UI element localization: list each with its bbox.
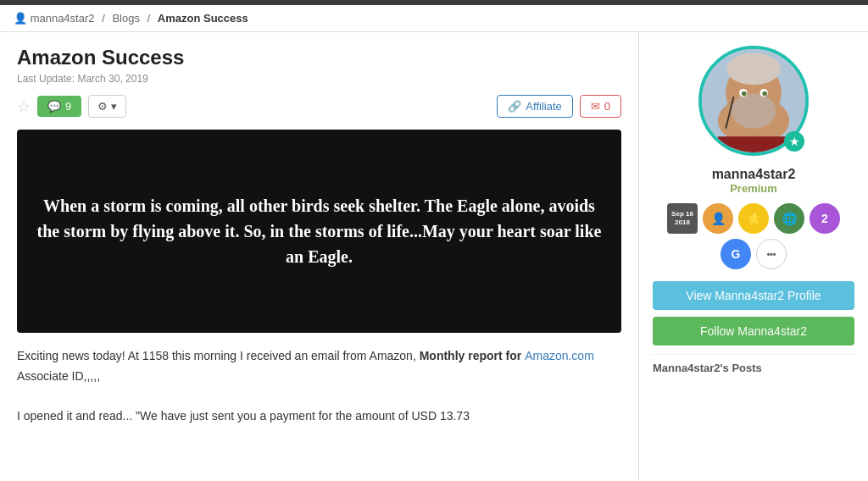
svg-rect-10 xyxy=(718,136,789,152)
follow-button[interactable]: Follow Manna4star2 xyxy=(653,317,854,346)
sidebar: ★ manna4star2 Premium Sep 182018 👤 ⭐ 🌐 2… xyxy=(639,32,868,481)
view-profile-button[interactable]: View Manna4star2 Profile xyxy=(653,281,854,310)
post-paragraph-1: Exciting news today! At 1158 this mornin… xyxy=(17,346,621,387)
svg-point-8 xyxy=(742,91,747,97)
svg-point-5 xyxy=(732,94,776,129)
sidebar-premium-badge: Premium xyxy=(653,182,854,195)
badge-person: 👤 xyxy=(703,203,733,234)
message-button[interactable]: ✉ 0 xyxy=(580,95,621,118)
post-image-text: When a storm is coming, all other birds … xyxy=(34,193,604,269)
badge-www: 🌐 xyxy=(774,203,804,234)
comment-count: 9 xyxy=(65,100,71,113)
badge-more: ••• xyxy=(756,239,787,269)
premium-star-badge: ★ xyxy=(784,131,804,152)
breadcrumb-user[interactable]: 👤 manna4star2 xyxy=(14,12,97,25)
badge-two: 2 xyxy=(810,203,840,234)
link-icon: 🔗 xyxy=(508,100,521,113)
svg-point-9 xyxy=(762,91,767,97)
amazon-link[interactable]: Amazon.com xyxy=(525,349,594,362)
comment-icon: 💬 xyxy=(47,100,61,113)
badge-google: G xyxy=(721,239,751,269)
breadcrumb: 👤 manna4star2 / Blogs / Amazon Success xyxy=(0,5,868,32)
badge-join-date: Sep 182018 xyxy=(667,203,698,234)
post-actions-bar: ☆ 💬 9 ⚙ ▾ 🔗 Affiliate ✉ 0 xyxy=(17,95,621,118)
post-title: Amazon Success xyxy=(17,46,621,69)
post-actions-right: 🔗 Affiliate ✉ 0 xyxy=(497,95,621,118)
chevron-down-icon: ▾ xyxy=(111,100,117,113)
badge-star: ⭐ xyxy=(738,203,769,234)
star-button[interactable]: ☆ xyxy=(17,97,31,116)
post-meta: Last Update: March 30, 2019 xyxy=(17,73,621,85)
content-area: Amazon Success Last Update: March 30, 20… xyxy=(0,32,639,481)
post-actions-left: ☆ 💬 9 ⚙ ▾ xyxy=(17,95,126,118)
envelope-icon: ✉ xyxy=(591,100,600,113)
comment-button[interactable]: 💬 9 xyxy=(37,96,81,117)
post-paragraph-2: I opened it and read... "We have just se… xyxy=(17,406,621,427)
sidebar-username: manna4star2 xyxy=(653,167,854,182)
user-icon: 👤 xyxy=(14,12,27,25)
breadcrumb-current: Amazon Success xyxy=(158,12,248,25)
breadcrumb-sep2: / xyxy=(147,12,151,25)
post-featured-image: When a storm is coming, all other birds … xyxy=(17,130,621,333)
message-count: 0 xyxy=(604,100,610,113)
gear-icon: ⚙ xyxy=(97,100,108,113)
svg-point-4 xyxy=(726,53,781,86)
breadcrumb-sep1: / xyxy=(102,12,105,25)
post-body: Exciting news today! At 1158 this mornin… xyxy=(17,346,621,427)
badges-row: Sep 182018 👤 ⭐ 🌐 2 G ••• xyxy=(653,203,854,269)
star-icon: ☆ xyxy=(17,98,31,115)
main-layout: Amazon Success Last Update: March 30, 20… xyxy=(0,32,868,481)
sidebar-posts-label: Manna4star2's Posts xyxy=(653,354,854,374)
gear-button[interactable]: ⚙ ▾ xyxy=(88,95,126,118)
avatar-container: ★ xyxy=(653,46,854,158)
user-avatar-wrapper: ★ xyxy=(698,46,809,156)
affiliate-label: Affiliate xyxy=(526,100,561,113)
affiliate-button[interactable]: 🔗 Affiliate xyxy=(497,95,572,118)
breadcrumb-blogs[interactable]: Blogs xyxy=(112,12,140,25)
